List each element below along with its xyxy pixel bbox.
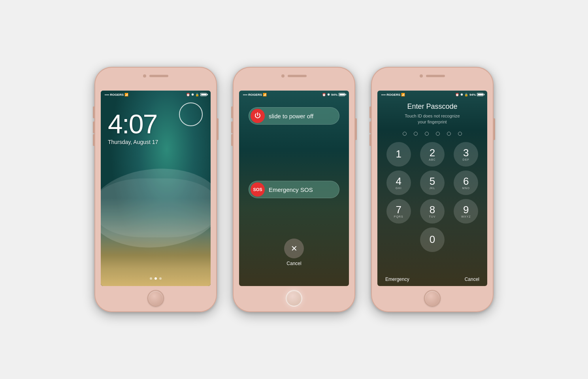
numpad-7[interactable]: 7 PQRS <box>386 199 411 224</box>
numpad-8[interactable]: 8 TUV <box>420 199 445 224</box>
clock-date: Thursday, August 17 <box>108 139 211 145</box>
status-bar-3: ▪▪▪▪ ROGERS 📶 ⏰ ✱ 🔒 94% <box>377 91 487 99</box>
sos-text: SOS <box>253 187 262 192</box>
numpad-0[interactable]: 0 <box>420 227 445 252</box>
numpad-4-main: 4 <box>396 176 401 186</box>
signal-bars-2: ▪▪▪▪ <box>243 93 247 97</box>
status-left-3: ▪▪▪▪ ROGERS 📶 <box>381 93 405 97</box>
carrier-name-3: ROGERS <box>386 93 400 97</box>
battery-icon-1 <box>200 93 207 96</box>
numpad-6-sub: MNO <box>462 187 470 190</box>
emergency-sos-label: Emergency SOS <box>269 186 313 193</box>
carrier-name-2: ROGERS <box>248 93 262 97</box>
battery-fill-1 <box>201 94 206 95</box>
alarm-icon-3: ⏰ <box>455 93 459 97</box>
numpad-8-sub: TUV <box>429 215 435 218</box>
numpad-6[interactable]: 6 MNO <box>454 171 478 195</box>
passcode-background: ▪▪▪▪ ROGERS 📶 ⏰ ✱ 🔒 94% Enter Passcode T… <box>377 91 487 286</box>
numpad-7-sub: PQRS <box>394 215 403 218</box>
numpad-9-main: 9 <box>463 205 469 215</box>
status-bar-1: ▪▪▪▪ ROGERS 📶 ⏰ ✱ 🔒 <box>101 91 211 99</box>
numpad-7-main: 7 <box>396 205 401 215</box>
passcode-dot-indicators <box>403 132 462 136</box>
numpad-backspace <box>451 227 481 252</box>
status-right-3: ⏰ ✱ 🔒 94% <box>455 93 483 97</box>
passcode-dot-6 <box>458 132 462 136</box>
dot-2-active <box>155 277 157 280</box>
x-icon: ✕ <box>291 244 298 253</box>
battery-fill-3 <box>478 94 483 95</box>
power-icon <box>251 109 265 123</box>
numpad-1[interactable]: 1 <box>386 142 411 167</box>
wave2-decoration <box>101 178 211 237</box>
wifi-icon-1: 📶 <box>124 93 128 97</box>
numpad-9[interactable]: 9 WXYZ <box>454 199 478 224</box>
numpad-3-main: 3 <box>463 148 469 158</box>
alarm-icon-2: ⏰ <box>322 93 326 97</box>
front-camera-3 <box>420 74 423 78</box>
cancel-passcode-button[interactable]: Cancel <box>465 277 479 282</box>
cancel-button[interactable]: ✕ <box>284 239 304 258</box>
iphone-3-top <box>407 72 458 80</box>
numpad: 1 2 ABC 3 DEF 4 GHI 5 JKL <box>377 142 487 252</box>
bluetooth-icon-2: ✱ <box>327 93 330 97</box>
numpad-0-main: 0 <box>430 234 435 244</box>
speaker-2 <box>288 75 307 77</box>
home-button-1[interactable] <box>147 290 164 307</box>
numpad-5[interactable]: 5 JKL <box>420 171 445 195</box>
lock-icon-3: 🔒 <box>464 93 468 97</box>
passcode-dot-2 <box>414 132 418 136</box>
signal-bars-1: ▪▪▪▪ <box>105 93 109 97</box>
numpad-9-sub: WXYZ <box>461 215 471 218</box>
numpad-4[interactable]: 4 GHI <box>386 171 411 195</box>
bluetooth-icon-1: ✱ <box>191 93 194 97</box>
battery-icon-3 <box>477 93 483 96</box>
home-button-2-highlighted[interactable] <box>286 290 302 307</box>
emergency-sos-slider[interactable]: SOS Emergency SOS <box>249 181 339 198</box>
status-bar-2: ▪▪▪▪ ROGERS 📶 ⏰ ✱ 94% <box>239 91 349 99</box>
alarm-icon-1: ⏰ <box>186 93 190 97</box>
iphone-2: ▪▪▪▪ ROGERS 📶 ⏰ ✱ 94% <box>233 67 355 312</box>
numpad-2[interactable]: 2 ABC <box>420 142 445 167</box>
battery-percent-3: 94% <box>469 93 476 97</box>
lock-icon-1: 🔒 <box>195 93 199 97</box>
iphone-1-top <box>130 72 181 80</box>
power-off-slider[interactable]: slide to power off <box>249 107 339 125</box>
poweroff-background: ▪▪▪▪ ROGERS 📶 ⏰ ✱ 94% <box>239 91 349 286</box>
numpad-3-sub: DEF <box>463 158 469 161</box>
status-right-1: ⏰ ✱ 🔒 <box>186 93 207 97</box>
iphone-2-top <box>268 72 320 80</box>
numpad-5-sub: JKL <box>429 187 435 190</box>
cancel-area: ✕ Cancel <box>284 239 304 266</box>
status-left-1: ▪▪▪▪ ROGERS 📶 <box>105 93 128 97</box>
numpad-4-sub: GHI <box>396 187 401 190</box>
emergency-button[interactable]: Emergency <box>385 277 409 282</box>
sos-icon: SOS <box>251 182 265 197</box>
battery-percent-2: 94% <box>331 93 337 97</box>
front-camera-2 <box>281 74 285 78</box>
passcode-dot-4 <box>436 132 440 136</box>
numpad-5-main: 5 <box>430 176 435 186</box>
signal-bars-3: ▪▪▪▪ <box>381 93 386 97</box>
poweroff-screen: ▪▪▪▪ ROGERS 📶 ⏰ ✱ 94% <box>239 91 349 286</box>
power-off-label: slide to power off <box>269 113 313 119</box>
numpad-2-main: 2 <box>430 148 435 158</box>
battery-icon-2 <box>339 93 345 96</box>
passcode-dot-1 <box>403 132 407 136</box>
wifi-icon-3: 📶 <box>401 93 405 97</box>
home-button-3[interactable] <box>424 290 441 307</box>
numpad-empty <box>384 227 413 252</box>
power-svg-icon <box>254 112 261 119</box>
status-left-2: ▪▪▪▪ ROGERS 📶 <box>243 93 267 97</box>
iphone-3: ▪▪▪▪ ROGERS 📶 ⏰ ✱ 🔒 94% Enter Passcode T… <box>371 67 494 312</box>
iphone-1: ▪▪▪▪ ROGERS 📶 ⏰ ✱ 🔒 4:07 Thursday, Augus <box>94 67 217 312</box>
carrier-name-1: ROGERS <box>110 93 124 97</box>
lockscreen-screen: ▪▪▪▪ ROGERS 📶 ⏰ ✱ 🔒 4:07 Thursday, Augus <box>101 91 211 286</box>
front-camera-1 <box>143 74 146 78</box>
numpad-2-sub: ABC <box>429 158 435 161</box>
wifi-icon-2: 📶 <box>263 93 267 97</box>
cancel-label: Cancel <box>286 261 301 266</box>
numpad-6-main: 6 <box>463 176 469 186</box>
numpad-3[interactable]: 3 DEF <box>454 142 478 167</box>
passcode-footer: Emergency Cancel <box>377 277 487 282</box>
